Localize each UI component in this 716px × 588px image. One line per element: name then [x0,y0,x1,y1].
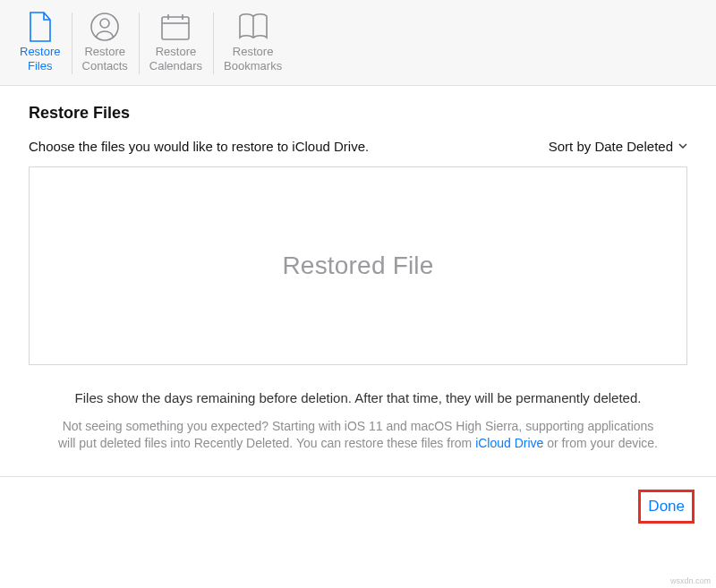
tab-label-line2: Contacts [82,59,128,72]
tab-label-line2: Calendars [149,59,202,72]
tab-restore-calendars[interactable]: Restore Calendars [139,7,213,80]
watermark: wsxdn.com [670,576,711,585]
sort-dropdown[interactable]: Sort by Date Deleted [549,139,687,154]
restored-file-placeholder: Restored File [282,251,433,280]
contact-icon [90,11,120,43]
chevron-down-icon [678,143,687,149]
tab-label-line1: Restore [84,45,125,58]
instruction-text: Choose the files you would like to resto… [29,139,369,154]
deletion-hint: Files show the days remaining before del… [29,390,687,405]
tab-restore-files[interactable]: Restore Files [9,7,72,80]
svg-point-1 [100,19,109,28]
tab-bar: Restore Files Restore Contacts [0,0,716,86]
tab-restore-contacts[interactable]: Restore Contacts [72,7,139,80]
tab-label-line2: Files [28,59,52,72]
content-area: Restore Files Choose the files you would… [0,86,716,471]
tab-label-line2: Bookmarks [224,59,282,72]
help-hint: Not seeing something you expected? Start… [29,418,687,471]
page-title: Restore Files [29,104,687,123]
tab-restore-bookmarks[interactable]: Restore Bookmarks [213,7,293,80]
done-button[interactable]: Done [648,498,685,516]
tab-label-line1: Restore [156,45,197,58]
calendar-icon [160,11,191,43]
tab-label-line1: Restore [20,45,61,58]
file-icon [28,11,53,43]
sort-label: Sort by Date Deleted [549,139,673,154]
icloud-drive-link[interactable]: iCloud Drive [475,436,543,450]
help-hint-part-b: or from your device. [543,436,658,450]
svg-rect-2 [162,17,189,39]
done-highlight-box: Done [638,490,695,524]
svg-point-0 [91,13,118,40]
bookmarks-icon [237,11,269,43]
restore-file-list[interactable]: Restored File [29,166,687,365]
footer: Done [0,477,716,536]
tab-label-line1: Restore [233,45,274,58]
